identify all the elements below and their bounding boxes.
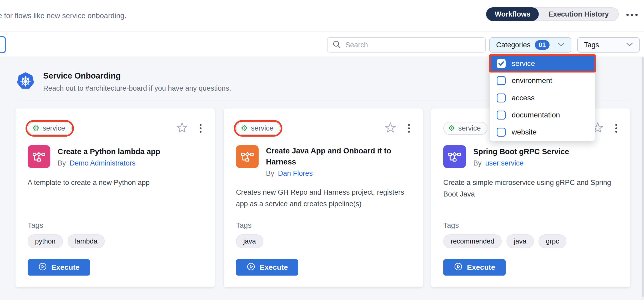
owner-link[interactable]: Dan Flores <box>278 169 313 177</box>
tag-chip: recommended <box>443 234 502 248</box>
tag-chip: grpc <box>539 234 567 248</box>
tab-workflows[interactable]: Workflows <box>486 7 539 21</box>
tags-label: Tags <box>443 221 618 230</box>
tags-filter-label: Tags <box>584 41 599 49</box>
tags-label: Tags <box>236 221 411 230</box>
dropdown-option-access[interactable]: access <box>490 89 595 106</box>
card-description: A template to create a new Python app <box>28 177 203 188</box>
play-icon <box>246 262 255 273</box>
owner-link[interactable]: user:service <box>485 159 524 167</box>
by-label: By <box>473 159 482 167</box>
execute-button[interactable]: Execute <box>236 259 298 276</box>
owner-link[interactable]: Demo Administrators <box>70 159 136 167</box>
checkbox-unchecked-icon[interactable] <box>497 94 506 102</box>
favorite-star-icon[interactable] <box>176 122 188 135</box>
gear-icon: ⚙ <box>32 124 39 132</box>
tags-label: Tags <box>28 221 203 230</box>
card-menu-icon[interactable] <box>615 124 617 133</box>
gear-icon: ⚙ <box>241 124 248 132</box>
category-chip-label: service <box>458 124 481 132</box>
dropdown-option-website[interactable]: website <box>490 124 595 141</box>
category-chip[interactable]: ⚙ service <box>236 122 280 135</box>
play-icon <box>454 262 463 273</box>
page-header: e for flows like new service onboarding.… <box>0 0 644 32</box>
dropdown-option-environment[interactable]: environment <box>490 72 595 89</box>
workflows-page: e for flows like new service onboarding.… <box>0 0 644 300</box>
by-label: By <box>266 169 274 177</box>
dropdown-option-documentation[interactable]: documentation <box>490 106 595 123</box>
card-description: Creates new GH Repo and Harness project,… <box>236 187 411 210</box>
clipped-left-button[interactable] <box>0 36 6 53</box>
card-title: Create a Python lambda app <box>58 146 160 157</box>
play-icon <box>38 262 47 273</box>
categories-dropdown: service environment access documentation… <box>490 55 595 141</box>
chevron-down-icon <box>558 42 565 48</box>
search-input[interactable] <box>345 41 481 49</box>
by-label: By <box>58 159 66 167</box>
kubernetes-icon <box>16 72 35 91</box>
template-icon <box>28 145 50 168</box>
categories-count-badge: 01 <box>535 40 550 50</box>
execute-button-label: Execute <box>467 263 495 272</box>
execute-button[interactable]: Execute <box>443 259 506 276</box>
tab-execution-history[interactable]: Execution History <box>539 7 618 21</box>
category-chip[interactable]: ⚙ service <box>443 122 487 135</box>
scrollbar-thumb[interactable] <box>642 57 644 297</box>
dropdown-option-service[interactable]: service <box>490 55 595 72</box>
filters-toolbar: Categories 01 Tags <box>0 33 644 56</box>
dropdown-option-label: documentation <box>512 111 560 119</box>
search-icon <box>332 40 341 50</box>
checkbox-unchecked-icon[interactable] <box>497 128 506 137</box>
execute-button-label: Execute <box>51 263 79 272</box>
workflow-card: ⚙ service Create a Python lambda app <box>16 108 215 287</box>
workflow-card: ⚙ service Create Java App and Onboard it… <box>224 108 423 287</box>
card-description: Create a simple microservice using gRPC … <box>443 177 618 200</box>
execute-button[interactable]: Execute <box>28 259 90 276</box>
dropdown-option-label: environment <box>512 76 552 85</box>
categories-filter-label: Categories <box>496 41 531 49</box>
category-chip-label: service <box>43 124 65 132</box>
template-icon <box>236 145 259 168</box>
checkbox-unchecked-icon[interactable] <box>497 111 506 120</box>
dropdown-option-label: website <box>512 128 537 136</box>
search-box <box>327 37 486 53</box>
template-icon <box>443 145 466 168</box>
tag-chip: java <box>506 234 534 248</box>
card-title: Create Java App and Onboard it to Harnes… <box>266 145 411 167</box>
categories-filter-button[interactable]: Categories 01 <box>489 37 571 53</box>
more-menu-icon[interactable] <box>626 14 638 16</box>
category-chip-label: service <box>251 124 274 132</box>
section-title: Service Onboarding <box>43 71 121 81</box>
favorite-star-icon[interactable] <box>384 122 396 135</box>
section-subtitle: Reach out to #architecture-board if you … <box>43 84 231 92</box>
tag-chip: python <box>28 234 63 248</box>
checkbox-checked-icon[interactable] <box>497 59 506 68</box>
page-description-clipped: e for flows like new service onboarding. <box>0 12 127 20</box>
gear-icon: ⚙ <box>448 124 455 132</box>
tag-chip: lambda <box>68 234 105 248</box>
tag-chip: java <box>236 234 263 248</box>
dropdown-option-label: access <box>512 94 535 102</box>
card-menu-icon[interactable] <box>408 124 410 133</box>
execute-button-label: Execute <box>260 263 288 272</box>
chevron-down-icon <box>626 42 633 48</box>
tags-filter-button[interactable]: Tags <box>577 37 640 53</box>
view-switcher: Workflows Execution History <box>486 7 619 21</box>
card-title: Spring Boot gRPC Service <box>473 146 569 157</box>
dropdown-option-label: service <box>512 59 535 68</box>
card-menu-icon[interactable] <box>200 124 202 133</box>
checkbox-unchecked-icon[interactable] <box>497 76 506 85</box>
category-chip[interactable]: ⚙ service <box>28 122 72 135</box>
